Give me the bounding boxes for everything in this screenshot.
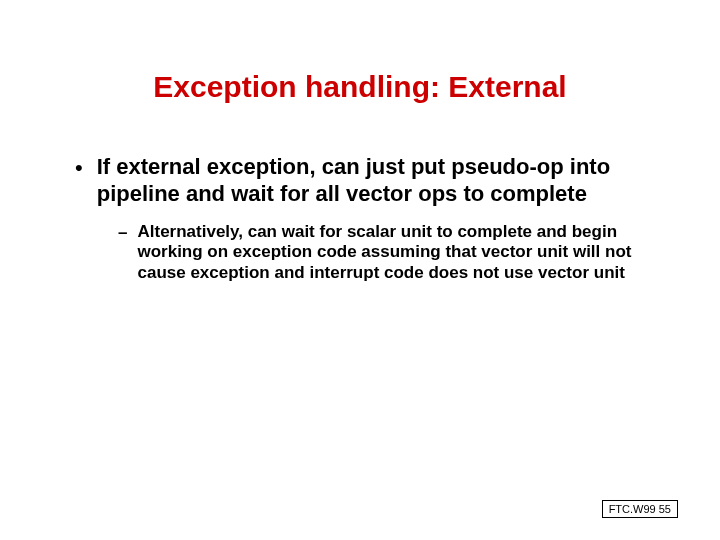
bullet-marker-l2: – (118, 222, 127, 243)
bullet-level-1: • If external exception, can just put ps… (60, 154, 660, 208)
bullet-marker-l1: • (75, 154, 83, 181)
slide: Exception handling: External • If extern… (0, 0, 720, 540)
bullet-level-2: – Alternatively, can wait for scalar uni… (60, 222, 660, 284)
footer-label: FTC.W99 55 (602, 500, 678, 518)
bullet-text-l2: Alternatively, can wait for scalar unit … (137, 222, 660, 284)
bullet-text-l1: If external exception, can just put pseu… (97, 154, 660, 208)
slide-title: Exception handling: External (60, 70, 660, 104)
